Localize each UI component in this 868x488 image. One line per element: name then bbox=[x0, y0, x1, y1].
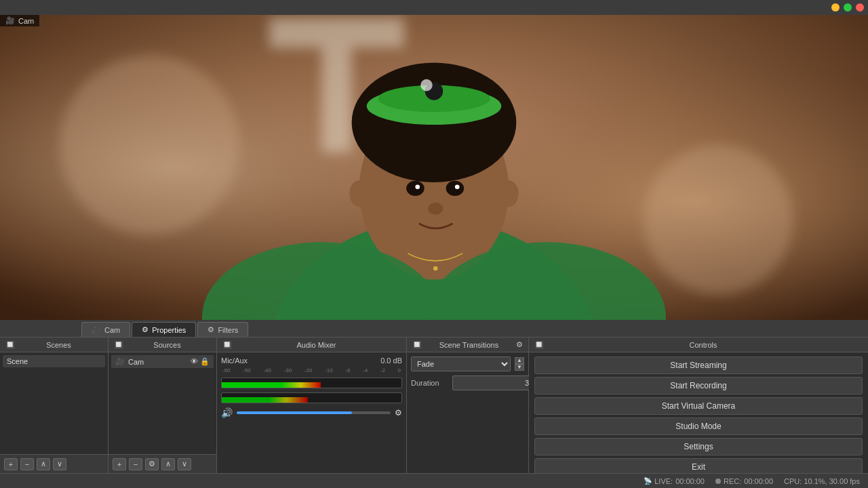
cpu-status: CPU: 10.1%, 30.00 fps bbox=[784, 477, 860, 485]
source-item[interactable]: 🎥 Cam 👁 🔒 bbox=[111, 355, 214, 368]
svg-point-19 bbox=[498, 180, 519, 207]
audio-meter-bar-2 bbox=[222, 397, 308, 403]
scenes-panel-icon: 🔲 bbox=[5, 340, 15, 349]
bottom-section: 🔲 Scenes Scene + − ∧ ∨ bbox=[0, 338, 868, 473]
sources-panel-header: 🔲 Sources bbox=[108, 338, 216, 352]
preview-cam-label: 🎥 Cam bbox=[0, 15, 39, 26]
controls-icon: 🔲 bbox=[534, 340, 544, 349]
start-recording-button[interactable]: Start Recording bbox=[534, 377, 863, 394]
duration-label: Duration bbox=[411, 379, 448, 387]
audio-channel-name: Mic/Aux bbox=[221, 357, 248, 365]
audio-meter-ticks: -60 -50 -40 -30 -20 -10 -6 -4 -2 0 bbox=[221, 367, 402, 373]
scenes-remove-button[interactable]: − bbox=[20, 458, 34, 470]
close-button[interactable] bbox=[856, 3, 864, 12]
audio-channel-db: 0.0 dB bbox=[380, 357, 402, 365]
svg-point-15 bbox=[415, 184, 420, 189]
tab-cam[interactable]: 🎥 Cam bbox=[81, 322, 130, 337]
scenes-add-button[interactable]: + bbox=[4, 458, 18, 470]
svg-point-17 bbox=[428, 203, 443, 215]
svg-point-13 bbox=[406, 181, 424, 196]
audio-content: Mic/Aux 0.0 dB -60 -50 -40 -30 -20 -10 -… bbox=[217, 352, 406, 473]
volume-slider-fill bbox=[237, 411, 352, 414]
svg-point-23 bbox=[60, 55, 239, 235]
volume-icon[interactable]: 🔊 bbox=[221, 407, 233, 418]
controls-header: 🔲 Controls bbox=[529, 338, 868, 352]
sources-panel-icon: 🔲 bbox=[114, 340, 123, 349]
sources-panel: 🔲 Sources 🎥 Cam 👁 🔒 bbox=[108, 338, 217, 473]
sources-down-button[interactable]: ∨ bbox=[178, 458, 191, 470]
rec-time: 00:00:00 bbox=[744, 477, 773, 485]
scene-transitions-settings-icon[interactable]: ⚙ bbox=[516, 340, 523, 349]
scenes-up-button[interactable]: ∧ bbox=[37, 458, 50, 470]
tab-bar: 🎥 Cam ⚙ Properties ⚙ Filters bbox=[0, 320, 868, 338]
sources-settings-button[interactable]: ⚙ bbox=[145, 458, 159, 470]
studio-mode-button[interactable]: Studio Mode bbox=[534, 418, 863, 435]
sources-up-button[interactable]: ∧ bbox=[161, 458, 175, 470]
scenes-panel: 🔲 Scenes Scene + − ∧ ∨ bbox=[0, 338, 108, 473]
live-icon: 📡 bbox=[644, 477, 652, 485]
scenes-panel-header: 🔲 Scenes bbox=[0, 338, 108, 352]
cam-icon: 🎥 bbox=[5, 16, 15, 25]
live-status: 📡 LIVE: 00:00:00 bbox=[644, 477, 705, 485]
svg-point-12 bbox=[420, 79, 433, 92]
svg-point-18 bbox=[349, 180, 370, 207]
audio-channel-mic: Mic/Aux 0.0 dB -60 -50 -40 -30 -20 -10 -… bbox=[221, 357, 402, 418]
source-cam-icon: 🎥 bbox=[115, 357, 125, 366]
source-eye-icon[interactable]: 👁 bbox=[191, 357, 198, 366]
transition-type-select[interactable]: Fade bbox=[411, 357, 511, 371]
transition-duration-row: Duration ▲ ▼ bbox=[411, 375, 524, 390]
svg-point-20 bbox=[433, 266, 438, 271]
transition-type-row: Fade ▲ ▼ bbox=[411, 357, 524, 371]
sources-content: 🎥 Cam 👁 🔒 bbox=[108, 352, 216, 454]
audio-mixer-header: 🔲 Audio Mixer bbox=[217, 338, 406, 352]
scenes-toolbar: + − ∧ ∨ bbox=[0, 454, 108, 473]
tab-filters-icon: ⚙ bbox=[208, 325, 214, 334]
audio-mixer-icon: 🔲 bbox=[222, 340, 232, 349]
title-bar bbox=[0, 0, 868, 15]
sources-remove-button[interactable]: − bbox=[129, 458, 142, 470]
svg-point-14 bbox=[446, 181, 464, 196]
obs-window: 🎥 Cam 🎥 Cam ⚙ Properties ⚙ Filters 🔲 Sce… bbox=[0, 0, 868, 488]
scenes-down-button[interactable]: ∨ bbox=[53, 458, 66, 470]
scene-transitions-header: 🔲 Scene Transitions ⚙ bbox=[407, 338, 528, 352]
preview-area: 🎥 Cam bbox=[0, 15, 868, 320]
start-virtual-camera-button[interactable]: Start Virtual Camera bbox=[534, 397, 863, 415]
transition-type-spinners: ▲ ▼ bbox=[515, 357, 524, 371]
tab-filters[interactable]: ⚙ Filters bbox=[197, 322, 248, 337]
sources-add-button[interactable]: + bbox=[113, 458, 126, 470]
source-item-left: 🎥 Cam bbox=[115, 357, 144, 366]
live-time: 00:00:00 bbox=[675, 477, 705, 485]
tab-properties-icon: ⚙ bbox=[142, 325, 149, 334]
rec-indicator bbox=[715, 479, 721, 484]
audio-meter-2 bbox=[221, 392, 402, 403]
audio-meter-bar bbox=[222, 382, 321, 388]
transition-type-up[interactable]: ▲ bbox=[515, 357, 524, 364]
cpu-label: CPU: 10.1%, 30.00 fps bbox=[784, 477, 860, 485]
audio-mixer-panel: 🔲 Audio Mixer Mic/Aux 0.0 dB -60 -50 bbox=[217, 338, 407, 473]
start-streaming-button[interactable]: Start Streaming bbox=[534, 357, 863, 374]
status-bar: 📡 LIVE: 00:00:00 REC: 00:00:00 CPU: 10.1… bbox=[0, 473, 868, 488]
audio-meter bbox=[221, 378, 402, 388]
minimize-button[interactable] bbox=[831, 3, 840, 12]
volume-slider[interactable] bbox=[237, 411, 391, 414]
source-lock-icon[interactable]: 🔒 bbox=[200, 357, 210, 366]
transition-type-down[interactable]: ▼ bbox=[515, 364, 524, 371]
audio-controls-row: 🔊 ⚙ bbox=[221, 407, 402, 418]
settings-button[interactable]: Settings bbox=[534, 438, 863, 455]
controls-panel: 🔲 Controls Start Streaming Start Recordi… bbox=[529, 338, 868, 473]
scene-transitions-icon: 🔲 bbox=[412, 340, 422, 349]
scene-item[interactable]: Scene bbox=[3, 355, 105, 367]
audio-label-row: Mic/Aux 0.0 dB bbox=[221, 357, 402, 365]
panels-row: 🔲 Scenes Scene + − ∧ ∨ bbox=[0, 338, 868, 473]
tab-properties[interactable]: ⚙ Properties bbox=[132, 322, 196, 337]
source-item-icons: 👁 🔒 bbox=[191, 357, 210, 366]
sources-toolbar: + − ⚙ ∧ ∨ bbox=[108, 454, 216, 473]
audio-settings-icon[interactable]: ⚙ bbox=[395, 408, 402, 418]
tab-cam-icon: 🎥 bbox=[92, 325, 101, 334]
camera-preview bbox=[0, 15, 868, 320]
scene-transitions-panel: 🔲 Scene Transitions ⚙ Fade ▲ ▼ bbox=[407, 338, 529, 473]
maximize-button[interactable] bbox=[844, 3, 852, 12]
controls-content: Start Streaming Start Recording Start Vi… bbox=[529, 352, 868, 480]
svg-point-24 bbox=[644, 145, 793, 295]
svg-rect-4 bbox=[321, 18, 351, 152]
